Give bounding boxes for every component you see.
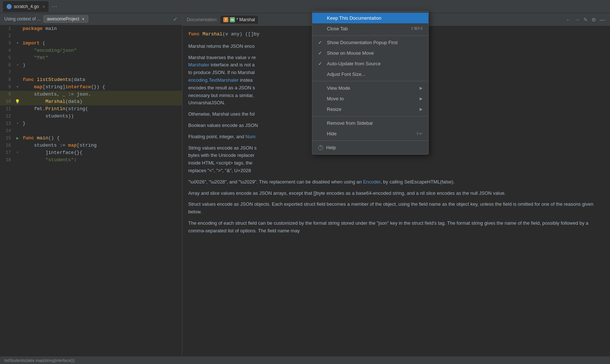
menu-shortcut: ⇧⌘F4 [410,26,422,31]
menu-item-show-on-mouse-move[interactable]: ✓ Show on Mouse Move [312,48,428,58]
menu-item-help[interactable]: ? Help [312,142,428,153]
menu-divider [312,140,428,141]
menu-check-icon: ✓ [318,40,324,45]
menu-item-label: Show Documentation Popup First [327,40,398,45]
menu-item-close-tab[interactable]: Close Tab ⇧⌘F4 [312,23,428,34]
menu-item-label: Hide [327,131,337,136]
menu-item-adjust-font-size[interactable]: Adjust Font Size... [312,69,428,80]
menu-item-show-popup-first[interactable]: ✓ Show Documentation Popup First [312,37,428,48]
menu-divider [312,81,428,81]
menu-item-label: Auto-Update from Source [327,61,381,66]
menu-item-hide[interactable]: Hide ⇧↩ [312,128,428,139]
menu-divider [312,116,428,116]
menu-item-label: Keep This Documentation [327,15,381,21]
menu-item-label: Adjust Font Size... [327,71,366,77]
menu-item-label: Help [326,145,336,150]
menu-item-keep-documentation[interactable]: Keep This Documentation [312,13,428,23]
main-area: Using context of ... awesomeProject ▼ ✓ … [0,13,610,356]
menu-check-icon: ✓ [318,61,324,66]
menu-item-label: Move to [327,96,344,101]
menu-divider [312,35,428,36]
menu-item-label: Show on Mouse Move [327,50,374,56]
submenu-arrow-icon: ▶ [420,96,422,101]
menu-item-label: Remove from Sidebar [327,120,373,126]
menu-item-label: Resize [327,107,341,112]
help-icon: ? [318,145,323,150]
menu-check-icon: ✓ [318,50,324,56]
menu-item-label: View Mode [327,85,350,91]
submenu-arrow-icon: ▶ [420,107,422,112]
menu-item-auto-update[interactable]: ✓ Auto-Update from Source [312,58,428,69]
menu-item-remove-from-sidebar[interactable]: Remove from Sidebar [312,118,428,128]
doc-panel: Documentation: f m * Marshal ← → ✎ ⚙ — f… [182,13,610,356]
submenu-arrow-icon: ▶ [420,86,422,90]
menu-shortcut: ⇧↩ [416,131,422,136]
menu-item-view-mode[interactable]: View Mode ▶ [312,83,428,93]
context-menu: Keep This Documentation Close Tab ⇧⌘F4 ✓… [312,13,429,155]
menu-item-move-to[interactable]: Move to ▶ [312,93,428,104]
context-menu-overlay[interactable]: Keep This Documentation Close Tab ⇧⌘F4 ✓… [182,13,610,356]
menu-item-resize[interactable]: Resize ▶ [312,104,428,115]
menu-item-label: Close Tab [327,26,348,31]
